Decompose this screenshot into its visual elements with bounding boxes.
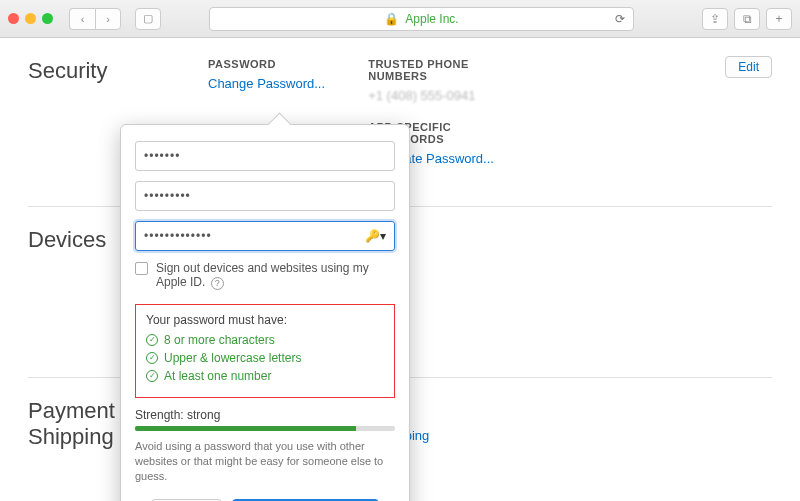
requirements-title: Your password must have: (146, 313, 384, 327)
requirement-1: ✓ 8 or more characters (146, 333, 384, 347)
window-controls (8, 13, 53, 24)
lock-icon: 🔒 (384, 12, 399, 26)
confirm-password-input[interactable]: ••••••••••••• 🔑▾ (135, 221, 395, 251)
signout-checkbox[interactable] (135, 262, 148, 275)
requirement-3-text: At least one number (164, 369, 271, 383)
requirement-1-text: 8 or more characters (164, 333, 275, 347)
new-password-input[interactable]: ••••••••• (135, 181, 395, 211)
address-bar[interactable]: 🔒 Apple Inc. ⟳ (209, 7, 634, 31)
check-icon: ✓ (146, 352, 158, 364)
share-button[interactable]: ⇪ (702, 8, 728, 30)
password-requirements: Your password must have: ✓ 8 or more cha… (135, 304, 395, 398)
minimize-window-button[interactable] (25, 13, 36, 24)
maximize-window-button[interactable] (42, 13, 53, 24)
password-label: PASSWORD (208, 58, 348, 70)
signout-label: Sign out devices and websites using my A… (156, 261, 395, 290)
signout-text: Sign out devices and websites using my A… (156, 261, 369, 289)
strength-label: Strength: strong (135, 408, 395, 422)
trusted-phone-label: TRUSTED PHONE NUMBERS (368, 58, 508, 82)
strength-meter (135, 426, 395, 431)
address-label: Apple Inc. (405, 12, 458, 26)
section-title-security: Security (28, 58, 208, 84)
password-hint-text: Avoid using a password that you use with… (135, 439, 395, 485)
change-password-link[interactable]: Change Password... (208, 76, 348, 91)
close-window-button[interactable] (8, 13, 19, 24)
edit-button[interactable]: Edit (725, 56, 772, 78)
browser-toolbar: ‹ › ▢ 🔒 Apple Inc. ⟳ ⇪ ⧉ + (0, 0, 800, 38)
page-content: Edit Security PASSWORD Change Password..… (0, 38, 800, 501)
new-tab-button[interactable]: + (766, 8, 792, 30)
signout-checkbox-row: Sign out devices and websites using my A… (135, 261, 395, 290)
reload-icon[interactable]: ⟳ (615, 12, 625, 26)
requirement-2-text: Upper & lowercase letters (164, 351, 301, 365)
forward-button[interactable]: › (95, 8, 121, 30)
tabs-button[interactable]: ⧉ (734, 8, 760, 30)
sidebar-toggle-button[interactable]: ▢ (135, 8, 161, 30)
confirm-password-value: ••••••••••••• (144, 229, 212, 243)
check-icon: ✓ (146, 370, 158, 382)
toolbar-right: ⇪ ⧉ + (702, 8, 792, 30)
change-password-popover: ••••••• ••••••••• ••••••••••••• 🔑▾ Sign … (120, 124, 410, 501)
strength-meter-fill (135, 426, 356, 431)
check-icon: ✓ (146, 334, 158, 346)
help-icon[interactable]: ? (211, 277, 224, 290)
nav-back-forward: ‹ › (69, 8, 121, 30)
password-key-icon[interactable]: 🔑▾ (365, 229, 386, 243)
trusted-phone-value: +1 (408) 555-0941 (368, 88, 508, 103)
requirement-2: ✓ Upper & lowercase letters (146, 351, 384, 365)
requirement-3: ✓ At least one number (146, 369, 384, 383)
current-password-value: ••••••• (144, 149, 180, 163)
current-password-input[interactable]: ••••••• (135, 141, 395, 171)
back-button[interactable]: ‹ (69, 8, 95, 30)
new-password-value: ••••••••• (144, 189, 191, 203)
